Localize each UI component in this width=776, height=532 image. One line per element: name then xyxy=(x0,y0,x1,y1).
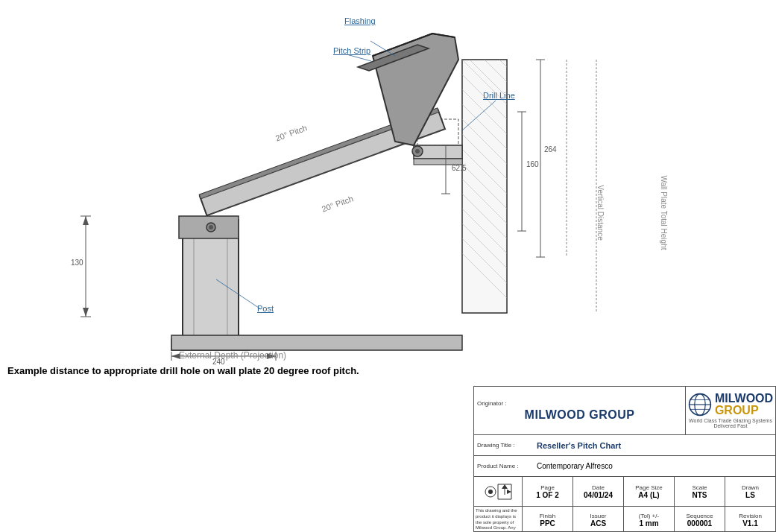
page-header: Page xyxy=(540,484,555,491)
scale-value: NTS xyxy=(693,491,707,499)
svg-point-35 xyxy=(415,149,420,153)
angle-projection-cell xyxy=(474,477,523,506)
page-size-cell: Page Size A4 (L) xyxy=(624,477,675,506)
dim-62-5: 62.5 xyxy=(452,164,466,172)
issuer-value: ACS xyxy=(590,519,606,528)
dim-264: 264 xyxy=(544,145,557,153)
drawing-title-label: Drawing Title : xyxy=(474,440,534,450)
angle-projection-icon xyxy=(483,483,513,501)
svg-marker-40 xyxy=(83,308,89,317)
dim-130: 130 xyxy=(71,259,83,267)
page-size-value: A4 (L) xyxy=(638,491,659,499)
finish-header: Finish xyxy=(540,513,555,519)
page-cell: Page 1 OF 2 xyxy=(523,477,573,506)
svg-marker-77 xyxy=(507,490,511,494)
technical-drawing xyxy=(0,0,649,365)
drawn-header: Drawn xyxy=(742,484,759,491)
info-header-row: Page 1 OF 2 Date 04/01/24 Page Size A4 (… xyxy=(474,477,775,507)
scale-header: Scale xyxy=(692,484,707,491)
title-block: Originator : MILWOOD GROUP MILWOOD GROUP… xyxy=(473,386,776,532)
finish-cell: Finish PPC xyxy=(523,507,573,532)
logo-tagline: World Class Trade Glazing Systems Delive… xyxy=(689,418,772,428)
disclaimer-cell: This drawing and the product it displays… xyxy=(474,507,523,532)
date-header: Date xyxy=(592,484,605,491)
disclaimer-text: This drawing and the product it displays… xyxy=(476,508,520,532)
post-label: Post xyxy=(257,304,274,313)
title-block-left: Originator : MILWOOD GROUP xyxy=(474,387,686,434)
svg-marker-76 xyxy=(502,484,508,489)
svg-line-58 xyxy=(347,54,371,61)
title-block-header-row: Originator : MILWOOD GROUP MILWOOD GROUP… xyxy=(474,387,775,435)
tol-value: 1 mm xyxy=(639,519,658,528)
logo-group-text: GROUP xyxy=(715,405,759,417)
drawing-title-value: Reseller's Pitch Chart xyxy=(534,440,624,452)
title-block-logo: MILWOOD GROUP World Class Trade Glazing … xyxy=(686,387,775,434)
svg-point-33 xyxy=(209,225,213,229)
svg-marker-39 xyxy=(83,216,89,225)
drill-line-label: Drill Line xyxy=(483,91,515,100)
originator-label: Originator : xyxy=(477,400,682,407)
logo-milwood-text: MILWOOD xyxy=(715,393,773,405)
drawing-title-row: Drawing Title : Reseller's Pitch Chart xyxy=(474,435,775,456)
issuer-cell: Issuer ACS xyxy=(573,507,624,532)
external-depth-label: External Depth (Projection) xyxy=(179,350,286,361)
flashing-label: Flashing xyxy=(344,16,376,25)
sequence-header: Sequence xyxy=(686,513,713,519)
page-value: 1 OF 2 xyxy=(536,491,559,499)
wall-plate-height-label: Wall Plate Total Height xyxy=(660,175,668,250)
revision-header: Revision xyxy=(739,513,762,519)
date-value: 04/01/24 xyxy=(584,491,613,499)
scale-cell: Scale NTS xyxy=(675,477,725,506)
revision-cell: Revision V1.1 xyxy=(725,507,775,532)
product-name-value: Contemporary Alfresco xyxy=(534,460,616,472)
company-name: MILWOOD GROUP xyxy=(477,408,682,422)
tol-header: (Tol) +/- xyxy=(639,513,659,519)
sequence-value: 000001 xyxy=(687,519,712,528)
issuer-header: Issuer xyxy=(590,513,607,519)
milwood-globe-icon xyxy=(688,393,712,417)
caption-text: Example distance to appropriate drill ho… xyxy=(7,365,641,376)
logo-row: MILWOOD GROUP xyxy=(688,393,773,417)
svg-point-70 xyxy=(488,490,493,494)
pitch-strip-label: Pitch Strip xyxy=(333,46,370,55)
revision-value: V1.1 xyxy=(742,519,758,528)
dim-160: 160 xyxy=(526,160,539,168)
product-name-row: Product Name : Contemporary Alfresco xyxy=(474,456,775,477)
drawn-value: LS xyxy=(745,491,755,499)
bottom-info-row: This drawing and the product it displays… xyxy=(474,507,775,532)
page-size-header: Page Size xyxy=(635,484,662,491)
date-cell: Date 04/01/24 xyxy=(573,477,624,506)
tol-cell: (Tol) +/- 1 mm xyxy=(624,507,675,532)
product-name-label: Product Name : xyxy=(474,461,534,471)
svg-rect-26 xyxy=(171,335,462,350)
vertical-distance-label: Vertical Distance xyxy=(596,185,605,240)
drawn-cell: Drawn LS xyxy=(725,477,775,506)
finish-value: PPC xyxy=(540,519,555,528)
sequence-cell: Sequence 000001 xyxy=(675,507,725,532)
